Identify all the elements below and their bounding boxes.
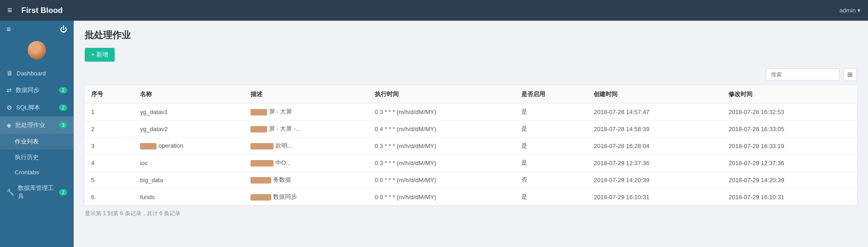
- cell-name: yg_datav2: [134, 121, 244, 138]
- table-header-row: 序号 名称 描述 执行时间 是否启用 创建时间 修改时间: [85, 86, 857, 103]
- col-exec-time: 执行时间: [368, 86, 515, 103]
- hexagon-icon: ◈: [6, 121, 12, 129]
- sidebar-badge-batch-job: 3: [59, 122, 67, 128]
- sidebar-badge-sql-script: 2: [59, 104, 67, 111]
- toolbar-row: ⊞: [85, 68, 857, 81]
- avatar: [28, 41, 46, 59]
- grid-view-button[interactable]: ⊞: [843, 68, 857, 81]
- cell-enabled: 是: [515, 189, 587, 206]
- user-menu[interactable]: admin ▾: [839, 7, 861, 14]
- cell-seq: 1: [85, 103, 134, 121]
- sidebar-item-label-batch-job: 批处理作业: [15, 121, 59, 129]
- cell-create-time: 2018-07-28 16:28:04: [587, 138, 722, 155]
- main-content: 批处理作业 + 新增 ⊞ 序号 名称 描述 执行时间 是否启用 创建时间 修改时…: [74, 21, 868, 247]
- cell-modify-time: 2018-07-29 14:20:39: [722, 172, 857, 189]
- sidebar-sub-item-job-list[interactable]: 作业列表: [0, 134, 74, 149]
- sidebar-item-sql-script[interactable]: ⚙ SQL脚本 2: [0, 99, 74, 116]
- cell-exec-time: 0 3 * * * (m/h/d/dM/MY): [368, 103, 515, 121]
- sidebar-item-data-sync[interactable]: ⇄ 数据同步 2: [0, 81, 74, 99]
- top-hamburger-icon[interactable]: ≡: [7, 6, 12, 15]
- sidebar-sub-label-crontabs: Crontabs: [15, 169, 39, 176]
- gear-icon: ⚙: [6, 104, 12, 111]
- sidebar-sub-label-job-list: 作业列表: [15, 138, 39, 146]
- cell-desc: 务数据: [244, 172, 368, 189]
- sidebar: ≡ ⏻ 🖥 Dashboard ⇄ 数据同步 2 ⚙ SQL脚本 2 ◈ 批处理…: [0, 21, 74, 247]
- cell-enabled: 是: [515, 155, 587, 172]
- sidebar-hamburger-icon[interactable]: ≡: [6, 25, 11, 34]
- cell-enabled: 否: [515, 172, 587, 189]
- table-row: 2yg_datav2 屏 - 大屏 -...0 4 * * * (m/h/d/d…: [85, 121, 857, 138]
- page-title: 批处理作业: [85, 29, 857, 41]
- cell-desc: 中O...: [244, 155, 368, 172]
- cell-enabled: 是: [515, 103, 587, 121]
- redacted-desc: [250, 160, 274, 167]
- pagination-info: 显示第 1 到第 6 条记录，共计 6 条记录: [85, 210, 857, 218]
- cell-create-time: 2018-07-28 14:57:47: [587, 103, 722, 121]
- cell-name: ioc: [134, 155, 244, 172]
- cell-seq: 2: [85, 121, 134, 138]
- data-table: 序号 名称 描述 执行时间 是否启用 创建时间 修改时间 1yg_datav1 …: [85, 86, 857, 205]
- cell-create-time: 2018-07-28 14:58:39: [587, 121, 722, 138]
- cell-exec-time: 0 0 * * * (m/h/d/dM/MY): [368, 189, 515, 206]
- redacted-desc: [250, 177, 271, 184]
- app-title: First Blood: [22, 6, 839, 15]
- sync-icon: ⇄: [6, 86, 12, 94]
- cell-seq: 6: [85, 189, 134, 206]
- cell-modify-time: 2018-07-29 12:37:36: [722, 155, 857, 172]
- cell-seq: 4: [85, 155, 134, 172]
- redacted-name-prefix: [140, 143, 157, 149]
- col-modify-time: 修改时间: [722, 86, 857, 103]
- add-button[interactable]: + 新增: [85, 48, 115, 62]
- table-row: 5big_data 务数据0 0 * * * (m/h/d/dM/MY)否201…: [85, 172, 857, 189]
- cell-name: funds: [134, 189, 244, 206]
- wrench-icon: 🔧: [6, 189, 14, 196]
- cell-seq: 5: [85, 172, 134, 189]
- sidebar-item-label-sql-script: SQL脚本: [16, 103, 59, 112]
- redacted-desc: [250, 143, 274, 149]
- sidebar-item-label-data-sync: 数据同步: [16, 86, 59, 94]
- sidebar-sub-item-exec-history[interactable]: 执行历史: [0, 149, 74, 165]
- top-navbar: ≡ First Blood admin ▾: [0, 0, 868, 21]
- cell-exec-time: 0 3 * * * (m/h/d/dM/MY): [368, 138, 515, 155]
- sidebar-badge-data-sync: 2: [59, 87, 67, 93]
- sidebar-sub-item-crontabs[interactable]: Crontabs: [0, 165, 74, 179]
- sidebar-power-icon[interactable]: ⏻: [60, 25, 67, 34]
- cell-modify-time: 2018-07-28 16:32:53: [722, 103, 857, 121]
- sidebar-item-batch-job[interactable]: ◈ 批处理作业 3: [0, 116, 74, 134]
- table-row: 1yg_datav1 屏 - 大屏0 3 * * * (m/h/d/dM/MY)…: [85, 103, 857, 121]
- cell-modify-time: 2018-07-28 16:33:05: [722, 121, 857, 138]
- cell-exec-time: 0 4 * * * (m/h/d/dM/MY): [368, 121, 515, 138]
- sidebar-badge-db-tools: 2: [59, 189, 67, 195]
- sidebar-item-label-dashboard: Dashboard: [17, 70, 67, 77]
- col-enabled: 是否启用: [515, 86, 587, 103]
- redacted-desc: [250, 194, 271, 201]
- col-create-time: 创建时间: [587, 86, 722, 103]
- sidebar-top: ≡ ⏻: [0, 21, 74, 38]
- col-seq: 序号: [85, 86, 134, 103]
- cell-name: big_data: [134, 172, 244, 189]
- sidebar-item-label-db-tools: 数据库管理工具: [18, 184, 59, 201]
- cell-desc: 屏 - 大屏 -...: [244, 121, 368, 138]
- cell-modify-time: 2018-07-28 16:33:19: [722, 138, 857, 155]
- redacted-desc: [250, 109, 267, 115]
- cell-modify-time: 2018-07-29 16:10:31: [722, 189, 857, 206]
- cell-name: operation: [134, 138, 244, 155]
- cell-name: yg_datav1: [134, 103, 244, 121]
- table-row: 6funds 数据同步0 0 * * * (m/h/d/dM/MY)是2018-…: [85, 189, 857, 206]
- cell-enabled: 是: [515, 138, 587, 155]
- cell-create-time: 2018-07-29 12:37:36: [587, 155, 722, 172]
- search-input[interactable]: [766, 69, 839, 80]
- table-row: 3 operation 款明...0 3 * * * (m/h/d/dM/MY)…: [85, 138, 857, 155]
- layout: ≡ ⏻ 🖥 Dashboard ⇄ 数据同步 2 ⚙ SQL脚本 2 ◈ 批处理…: [0, 21, 868, 247]
- desktop-icon: 🖥: [6, 69, 13, 77]
- sidebar-item-dashboard[interactable]: 🖥 Dashboard: [0, 65, 74, 81]
- cell-desc: 数据同步: [244, 189, 368, 206]
- cell-enabled: 是: [515, 121, 587, 138]
- cell-exec-time: 0 0 * * * (m/h/d/dM/MY): [368, 172, 515, 189]
- cell-create-time: 2018-07-29 14:20:39: [587, 172, 722, 189]
- cell-exec-time: 0 3 * * * (m/h/d/dM/MY): [368, 155, 515, 172]
- cell-seq: 3: [85, 138, 134, 155]
- sidebar-item-db-tools[interactable]: 🔧 数据库管理工具 2: [0, 179, 74, 205]
- cell-create-time: 2018-07-29 16:10:31: [587, 189, 722, 206]
- redacted-desc: [250, 126, 267, 132]
